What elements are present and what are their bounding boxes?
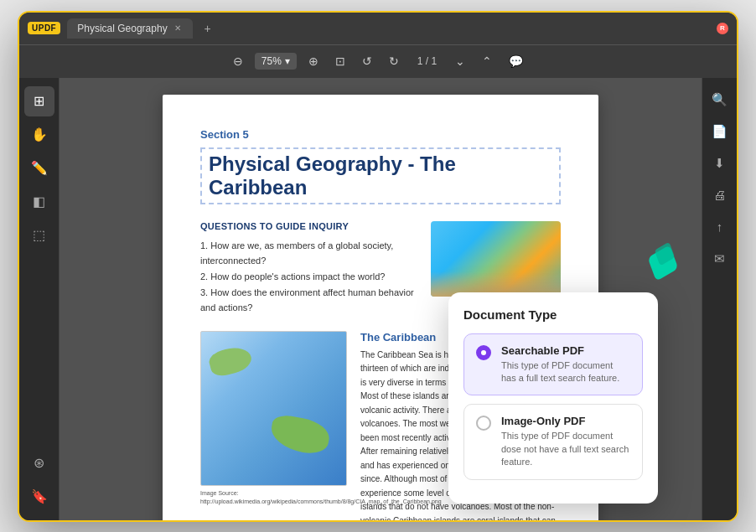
sidebar-icon-stamp[interactable]: ⬚ xyxy=(24,220,54,251)
pdf-area: Section 5 Physical Geography - The Carib… xyxy=(60,78,702,520)
export-icon[interactable]: ⬇ xyxy=(707,150,733,177)
left-sidebar: ⊞ ✋ ✏️ ◧ ⬚ ⊛ 🔖 xyxy=(19,78,60,520)
last-page-button[interactable]: ⌃ xyxy=(477,51,497,71)
zoom-dropdown-icon: ▾ xyxy=(285,55,290,67)
page-separator: / xyxy=(426,55,432,67)
caribbean-photo xyxy=(431,221,561,297)
section-label: Section 5 xyxy=(200,128,561,141)
sidebar-icon-stack[interactable]: ⊛ xyxy=(24,448,54,478)
search-icon[interactable]: 🔍 xyxy=(707,86,733,113)
rotate-left-button[interactable]: ↺ xyxy=(357,51,377,71)
document-type-panel: Document Type Searchable PDF This type o… xyxy=(448,292,658,504)
print-icon[interactable]: 🖨 xyxy=(707,182,733,209)
page-total: 1 xyxy=(432,55,438,67)
titlebar: UPDF Physical Geography ✕ + R xyxy=(19,13,737,44)
questions-list: How are we, as members of a global socie… xyxy=(200,238,417,316)
zoom-level: 75% xyxy=(261,55,282,67)
page-title: Physical Geography - The Caribbean xyxy=(200,147,561,204)
question-1: How are we, as members of a global socie… xyxy=(200,238,417,269)
share-icon[interactable]: ↑ xyxy=(707,214,733,240)
active-tab[interactable]: Physical Geography ✕ xyxy=(67,18,192,39)
image-only-pdf-option[interactable]: Image-Only PDF This type of PDF document… xyxy=(463,404,643,479)
zoom-in-button[interactable]: ⊕ xyxy=(303,51,324,71)
searchable-pdf-option[interactable]: Searchable PDF This type of PDF document… xyxy=(463,333,643,396)
image-only-title: Image-Only PDF xyxy=(501,415,630,427)
questions-heading: QUESTIONS TO GUIDE INQUIRY xyxy=(200,221,417,231)
image-only-content: Image-Only PDF This type of PDF document… xyxy=(501,415,630,468)
image-only-radio[interactable] xyxy=(476,416,491,431)
questions-text: QUESTIONS TO GUIDE INQUIRY How are we, a… xyxy=(200,221,417,316)
tab-close-icon[interactable]: ✕ xyxy=(173,23,183,34)
right-sidebar: 🔍 📄 ⬇ 🖨 ↑ ✉ xyxy=(702,78,737,520)
searchable-content: Searchable PDF This type of PDF document… xyxy=(501,344,630,385)
cube-decoration xyxy=(648,245,678,281)
ocr-icon[interactable]: 📄 xyxy=(707,118,733,145)
app-logo: UPDF xyxy=(28,22,60,34)
map-section: Image Source: http://upload.wikimedia.or… xyxy=(200,331,347,520)
sidebar-icon-edit[interactable]: ✏️ xyxy=(24,153,54,183)
searchable-desc: This type of PDF document has a full tex… xyxy=(501,359,630,385)
main-content: ⊞ ✋ ✏️ ◧ ⬚ ⊛ 🔖 Section 5 Physical Geogra… xyxy=(19,78,737,520)
next-page-button[interactable]: ⌄ xyxy=(450,51,470,71)
tab-title: Physical Geography xyxy=(77,23,167,34)
page-info: 1 / 1 xyxy=(411,55,443,67)
image-only-desc: This type of PDF document dose not have … xyxy=(501,430,630,468)
app-window: UPDF Physical Geography ✕ + R ⊖ 75% ▾ ⊕ … xyxy=(18,11,738,522)
question-3: How does the environment affect human be… xyxy=(200,285,417,316)
toolbar: ⊖ 75% ▾ ⊕ ⊡ ↺ ↻ 1 / 1 ⌄ ⌃ 💬 xyxy=(19,44,737,78)
zoom-display[interactable]: 75% ▾ xyxy=(255,53,297,70)
mail-icon[interactable]: ✉ xyxy=(707,245,733,272)
rotate-right-button[interactable]: ↻ xyxy=(384,51,404,71)
sidebar-icon-grid[interactable]: ⊞ xyxy=(24,86,54,116)
doc-type-title: Document Type xyxy=(463,307,643,322)
sidebar-icon-bookmark[interactable]: 🔖 xyxy=(24,482,54,512)
searchable-radio[interactable] xyxy=(476,345,491,360)
sidebar-icon-layers[interactable]: ◧ xyxy=(24,187,54,217)
new-tab-button[interactable]: + xyxy=(199,20,216,37)
zoom-out-button[interactable]: ⊖ xyxy=(228,51,248,71)
page-current: 1 xyxy=(417,55,423,67)
caribbean-map xyxy=(200,331,347,486)
searchable-title: Searchable PDF xyxy=(501,344,630,357)
sidebar-icon-hand[interactable]: ✋ xyxy=(24,120,54,150)
window-close-button[interactable]: R xyxy=(717,23,728,34)
question-2: How do people's actions impact the world… xyxy=(200,269,417,285)
fit-page-button[interactable]: ⊡ xyxy=(330,51,350,71)
comment-button[interactable]: 💬 xyxy=(504,51,528,71)
map-caption: Image Source: http://upload.wikimedia.or… xyxy=(200,489,347,506)
